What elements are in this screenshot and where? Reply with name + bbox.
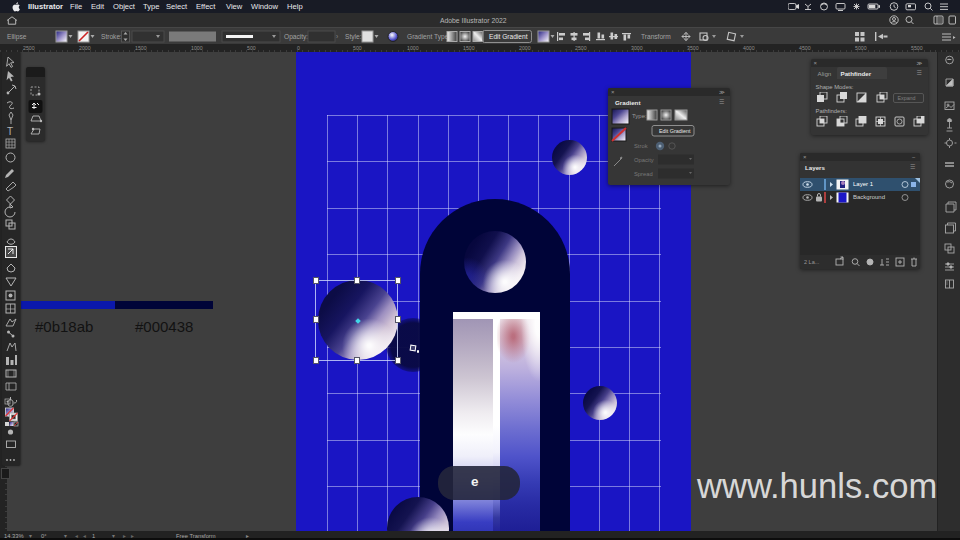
svg-text:T: T [7,126,13,137]
